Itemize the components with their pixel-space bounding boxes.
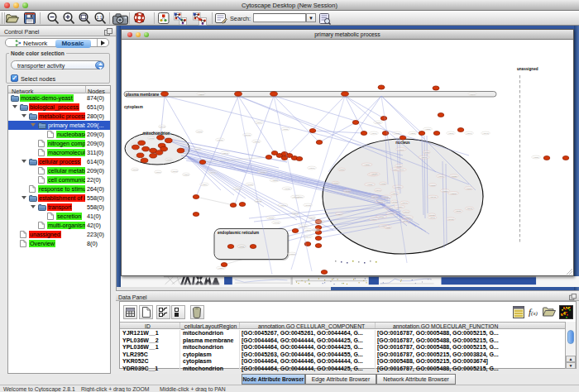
svg-text:Yg41w: Yg41w xyxy=(304,204,311,207)
svg-text:Yg63p: Yg63p xyxy=(395,132,401,135)
svg-text:Yg84w: Yg84w xyxy=(482,132,489,135)
svg-text:Yg38w: Yg38w xyxy=(450,193,457,195)
svg-text:Yg64c: Yg64c xyxy=(402,202,409,204)
svg-text:Yg83c: Yg83c xyxy=(534,156,540,159)
svg-text:Yg40p: Yg40p xyxy=(149,137,156,140)
svg-text:Yg55w: Yg55w xyxy=(271,179,278,182)
svg-text:Yg27c: Yg27c xyxy=(202,184,208,186)
svg-text:f(x): f(x) xyxy=(529,307,538,317)
svg-text:Yg27c: Yg27c xyxy=(218,267,225,270)
svg-text:Yg65p: Yg65p xyxy=(466,188,472,190)
svg-text:Yg41w: Yg41w xyxy=(300,225,307,227)
svg-text:Yg64c: Yg64c xyxy=(305,236,312,238)
svg-text:Yg16w: Yg16w xyxy=(280,204,286,207)
svg-text:nucleus: nucleus xyxy=(395,141,410,145)
svg-text:Yg54p: Yg54p xyxy=(448,132,455,135)
svg-text:Yg86c: Yg86c xyxy=(371,218,378,221)
svg-text:cytoplasm: cytoplasm xyxy=(124,105,143,109)
svg-text:Yg44c: Yg44c xyxy=(210,171,217,174)
svg-text:Yg15c: Yg15c xyxy=(395,186,402,189)
svg-text:Yg62w: Yg62w xyxy=(371,173,378,175)
svg-text:Yg74c: Yg74c xyxy=(470,93,476,96)
svg-text:Yg84w: Yg84w xyxy=(159,126,165,128)
svg-text:Yg57c: Yg57c xyxy=(339,169,346,171)
svg-text:Yg85c: Yg85c xyxy=(389,213,395,215)
svg-text:Yg14c: Yg14c xyxy=(404,211,410,213)
svg-text:Yg23w: Yg23w xyxy=(317,221,323,223)
svg-text:Yg37c: Yg37c xyxy=(235,188,242,190)
svg-text:unassigned: unassigned xyxy=(517,67,538,71)
svg-text:Yg59w: Yg59w xyxy=(255,200,261,203)
svg-text:Yg29w: Yg29w xyxy=(222,152,228,155)
svg-text:Yg87w: Yg87w xyxy=(132,169,138,171)
svg-text:Yg25w: Yg25w xyxy=(376,201,383,203)
svg-text:Yg90c: Yg90c xyxy=(371,132,378,135)
svg-text:Yg59p: Yg59p xyxy=(305,229,312,232)
svg-text:Yg80c: Yg80c xyxy=(195,148,202,151)
svg-text:Yg83p: Yg83p xyxy=(384,196,390,198)
svg-text:Yg37w: Yg37w xyxy=(313,229,319,232)
svg-text:Yg59p: Yg59p xyxy=(410,132,417,135)
svg-text:Yg55p: Yg55p xyxy=(455,210,462,213)
svg-text:Yg71p: Yg71p xyxy=(430,184,437,187)
svg-text:Yg83c: Yg83c xyxy=(397,206,404,208)
svg-text:Yg96w: Yg96w xyxy=(447,218,454,221)
svg-text:Yg85c: Yg85c xyxy=(333,182,339,184)
svg-text:Yg95p: Yg95p xyxy=(367,184,374,186)
svg-text:Yg76c: Yg76c xyxy=(438,175,445,178)
svg-text:Yg93w: Yg93w xyxy=(391,201,398,203)
svg-text:Yg23p: Yg23p xyxy=(364,164,371,166)
svg-text:Yg91c: Yg91c xyxy=(385,207,392,209)
svg-text:Yg25w: Yg25w xyxy=(198,93,204,96)
svg-text:plasma membrane: plasma membrane xyxy=(126,93,160,97)
svg-text:Yg98p: Yg98p xyxy=(429,214,436,217)
svg-text:Yg76c: Yg76c xyxy=(256,122,263,124)
svg-text:Yg13c: Yg13c xyxy=(376,122,382,124)
svg-text:Yg53p: Yg53p xyxy=(425,128,432,131)
svg-text:Yg15p: Yg15p xyxy=(380,183,387,185)
svg-text:Yg56w: Yg56w xyxy=(467,208,473,210)
svg-text:Yg40p: Yg40p xyxy=(239,246,246,248)
svg-text:Yg45w: Yg45w xyxy=(246,184,253,186)
svg-text:Yg80w: Yg80w xyxy=(171,170,178,173)
svg-text:Yg93w: Yg93w xyxy=(284,188,290,190)
svg-text:Yg84c: Yg84c xyxy=(467,132,473,135)
svg-text:Yg93p: Yg93p xyxy=(403,220,409,222)
svg-text:mitochondrion: mitochondrion xyxy=(143,131,170,136)
svg-text:Yg70w: Yg70w xyxy=(267,217,274,219)
svg-text:Yg29w: Yg29w xyxy=(391,193,398,195)
svg-text:Yg99c: Yg99c xyxy=(376,189,382,192)
svg-text:Yg63p: Yg63p xyxy=(344,190,351,193)
svg-text:Yg70p: Yg70p xyxy=(197,131,203,133)
svg-text:Yg70p: Yg70p xyxy=(166,159,173,161)
svg-text:Yg18w: Yg18w xyxy=(253,141,260,143)
svg-text:Yg24w: Yg24w xyxy=(292,213,299,215)
svg-text:Yg76c: Yg76c xyxy=(398,149,404,151)
svg-text:Yg11p: Yg11p xyxy=(283,128,289,131)
svg-text:Yg60p: Yg60p xyxy=(218,139,224,141)
svg-text:Yg54w: Yg54w xyxy=(371,196,378,198)
svg-text:Yg42w: Yg42w xyxy=(259,171,266,174)
svg-text:Yg45p: Yg45p xyxy=(379,216,385,218)
svg-text:Yg34p: Yg34p xyxy=(184,174,190,176)
svg-text:Yg70c: Yg70c xyxy=(156,171,162,174)
svg-text:endoplasmic reticulum: endoplasmic reticulum xyxy=(218,231,259,235)
svg-text:Yg82p: Yg82p xyxy=(385,227,392,229)
svg-text:Yg54p: Yg54p xyxy=(421,156,428,159)
svg-text:Yg58w: Yg58w xyxy=(309,217,315,219)
svg-text:1:1: 1:1 xyxy=(97,15,103,20)
svg-text:Yg20c: Yg20c xyxy=(337,213,343,216)
svg-text:Yg67c: Yg67c xyxy=(398,169,404,171)
svg-text:Yg14w: Yg14w xyxy=(430,196,437,198)
svg-text:Yg45c: Yg45c xyxy=(423,151,430,154)
svg-text:Yg48w: Yg48w xyxy=(273,222,280,224)
svg-text:Yg72w: Yg72w xyxy=(451,175,457,178)
svg-text:Yg34c: Yg34c xyxy=(405,217,412,219)
svg-text:Yg69c: Yg69c xyxy=(429,217,436,219)
svg-text:Yg85w: Yg85w xyxy=(289,253,295,256)
svg-text:Yg13w: Yg13w xyxy=(296,196,303,198)
svg-text:Yg93c: Yg93c xyxy=(396,165,403,168)
svg-text:Yg29p: Yg29p xyxy=(443,190,449,193)
svg-text:Yg96c: Yg96c xyxy=(309,167,316,170)
